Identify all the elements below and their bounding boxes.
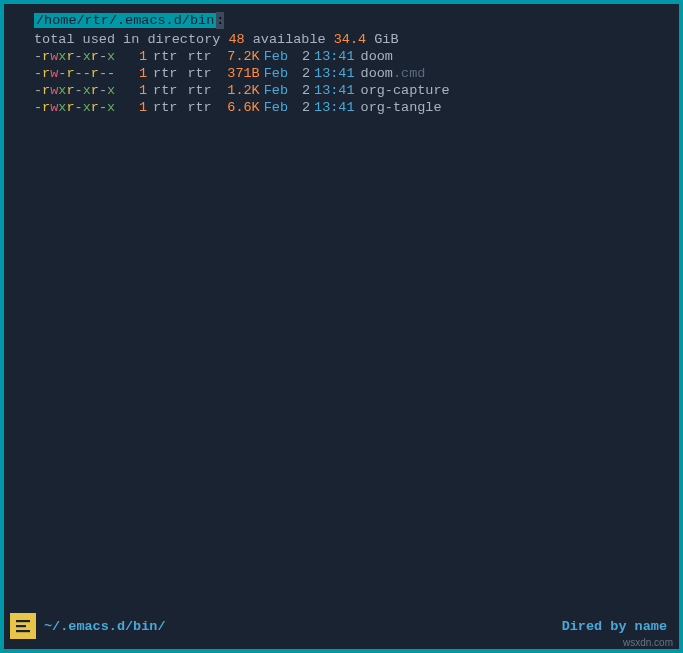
file-link-count: 1 bbox=[123, 65, 147, 82]
file-size: 6.6K bbox=[212, 99, 260, 116]
file-group: rtr bbox=[187, 65, 211, 82]
file-link-count: 1 bbox=[123, 99, 147, 116]
file-date-month: Feb bbox=[264, 65, 288, 82]
file-extension: .cmd bbox=[393, 66, 425, 81]
file-group: rtr bbox=[187, 99, 211, 116]
svg-rect-2 bbox=[16, 630, 30, 632]
file-size: 371B bbox=[212, 65, 260, 82]
file-row[interactable]: -rwxr-xr-x1rtrrtr1.2KFeb213:41org-captur… bbox=[4, 82, 679, 99]
svg-rect-1 bbox=[16, 625, 26, 627]
file-permissions: -rwxr-xr-x bbox=[34, 82, 115, 99]
file-owner: rtr bbox=[153, 65, 177, 82]
file-permissions: -rwxr-xr-x bbox=[34, 48, 115, 65]
dired-buffer[interactable]: /home/rtr/.emacs.d/bin: total used in di… bbox=[4, 4, 679, 611]
file-owner: rtr bbox=[153, 99, 177, 116]
modeline: ~/.emacs.d/bin/ Dired by name bbox=[4, 611, 679, 641]
file-permissions: -rwxr-xr-x bbox=[34, 99, 115, 116]
file-name[interactable]: org-capture bbox=[361, 82, 450, 99]
file-name[interactable]: doom.cmd bbox=[361, 65, 426, 82]
file-owner: rtr bbox=[153, 48, 177, 65]
file-row[interactable]: -rwxr-xr-x1rtrrtr7.2KFeb213:41doom bbox=[4, 48, 679, 65]
file-list: -rwxr-xr-x1rtrrtr7.2KFeb213:41doom-rw-r-… bbox=[4, 48, 679, 116]
svg-rect-0 bbox=[16, 620, 30, 622]
file-date-time: 13:41 bbox=[314, 65, 355, 82]
file-row[interactable]: -rwxr-xr-x1rtrrtr6.6KFeb213:41org-tangle bbox=[4, 99, 679, 116]
file-date-day: 2 bbox=[292, 99, 310, 116]
file-date-day: 2 bbox=[292, 82, 310, 99]
current-directory-path: /home/rtr/.emacs.d/bin bbox=[34, 13, 216, 28]
file-permissions: -rw-r--r-- bbox=[34, 65, 115, 82]
modeline-major-mode: Dired by name bbox=[562, 618, 667, 635]
dired-path-header: /home/rtr/.emacs.d/bin: bbox=[4, 12, 679, 29]
file-row[interactable]: -rw-r--r--1rtrrtr371BFeb213:41doom.cmd bbox=[4, 65, 679, 82]
file-date-month: Feb bbox=[264, 99, 288, 116]
file-name[interactable]: org-tangle bbox=[361, 99, 442, 116]
file-link-count: 1 bbox=[123, 82, 147, 99]
file-size: 7.2K bbox=[212, 48, 260, 65]
file-date-month: Feb bbox=[264, 82, 288, 99]
file-date-time: 13:41 bbox=[314, 48, 355, 65]
file-date-time: 13:41 bbox=[314, 82, 355, 99]
menu-icon[interactable] bbox=[10, 613, 36, 639]
file-date-month: Feb bbox=[264, 48, 288, 65]
file-owner: rtr bbox=[153, 82, 177, 99]
file-name[interactable]: doom bbox=[361, 48, 393, 65]
file-size: 1.2K bbox=[212, 82, 260, 99]
file-date-day: 2 bbox=[292, 48, 310, 65]
file-date-time: 13:41 bbox=[314, 99, 355, 116]
cursor: : bbox=[216, 12, 224, 29]
watermark: wsxdn.com bbox=[623, 634, 673, 651]
minibuffer[interactable] bbox=[4, 641, 679, 649]
file-group: rtr bbox=[187, 82, 211, 99]
file-date-day: 2 bbox=[292, 65, 310, 82]
file-link-count: 1 bbox=[123, 48, 147, 65]
file-group: rtr bbox=[187, 48, 211, 65]
dired-summary: total used in directory 48 available 34.… bbox=[4, 31, 679, 48]
modeline-buffer-path: ~/.emacs.d/bin/ bbox=[44, 618, 166, 635]
